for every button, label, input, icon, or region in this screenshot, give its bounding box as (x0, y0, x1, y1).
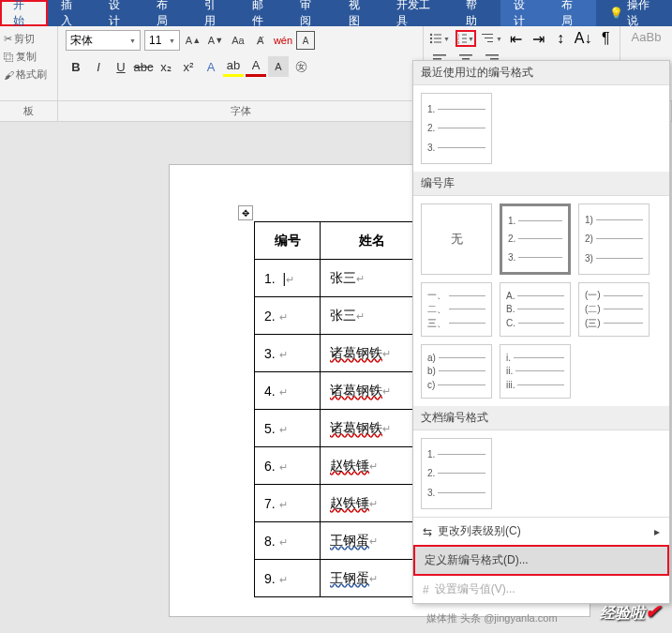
table-cell[interactable]: 9. ↵ (255, 560, 321, 597)
sort-button[interactable]: A↓ (575, 30, 592, 47)
increase-indent-button[interactable]: ⇥ (530, 30, 546, 47)
clear-format-button[interactable]: A̸ (251, 31, 270, 50)
svg-rect-11 (462, 42, 467, 43)
chevron-down-icon: ▼ (129, 38, 136, 44)
font-family-select[interactable]: 宋体▼ (66, 30, 141, 51)
tab-design[interactable]: 设计 (96, 0, 143, 26)
tab-table-layout[interactable]: 布局 (548, 0, 596, 26)
numbering-option[interactable]: a) b) c) (421, 344, 492, 399)
table-header-name[interactable]: 姓名 (321, 222, 424, 260)
table-cell[interactable]: 王钢蛋↵ (321, 522, 424, 560)
chevron-down-icon: ▼ (468, 36, 474, 42)
footer-media: 媒体推 头条 @jingyanla.com (426, 611, 558, 625)
tab-insert[interactable]: 插入 (48, 0, 96, 26)
cut-button[interactable]: ✂剪切 (2, 30, 55, 48)
table-header-num[interactable]: 编号 (255, 222, 321, 260)
table-cell[interactable]: 诸葛钢铁↵ (321, 335, 424, 372)
num-icon: # (423, 583, 429, 596)
word-table[interactable]: 编号 姓名 1. |↵张三↵ 2. ↵张三↵ 3. ↵诸葛钢铁↵ 4. ↵诸葛钢… (254, 221, 424, 597)
table-cell[interactable]: 诸葛钢铁↵ (321, 410, 424, 447)
text-effects-button[interactable]: A (201, 56, 221, 77)
table-cell[interactable]: 张三↵ (321, 297, 424, 335)
numbering-option[interactable]: 1) 2) 3) (578, 203, 650, 275)
superscript-button[interactable]: x² (178, 56, 199, 77)
tab-layout[interactable]: 布局 (143, 0, 191, 26)
decrease-indent-button[interactable]: ⇤ (508, 30, 525, 47)
table-cell[interactable]: 8. ↵ (255, 522, 321, 560)
shrink-font-button[interactable]: A▼ (206, 31, 225, 50)
svg-rect-14 (487, 41, 493, 42)
svg-rect-21 (485, 54, 499, 56)
indent-icon: ⇆ (423, 525, 432, 538)
font-family-value: 宋体 (70, 33, 93, 49)
table-cell[interactable]: 王钢蛋↵ (321, 560, 424, 597)
tab-mailings[interactable]: 邮件 (239, 0, 287, 26)
underline-button[interactable]: U (111, 56, 131, 77)
table-cell[interactable]: 张三↵ (321, 260, 424, 297)
table-cell[interactable]: 7. ↵ (255, 485, 321, 522)
table-cell[interactable]: 1. |↵ (255, 260, 321, 297)
svg-point-0 (430, 34, 432, 36)
numbering-option-doc[interactable]: 1. 2. 3. (421, 438, 492, 509)
change-case-button[interactable]: Aa (229, 31, 247, 50)
tell-me[interactable]: 💡操作说 (596, 0, 672, 26)
table-cell[interactable]: 赵铁锤↵ (321, 447, 424, 485)
table-cell[interactable]: 2. ↵ (255, 297, 321, 335)
tab-help[interactable]: 帮助 (453, 0, 500, 26)
library-section-title: 编号库 (413, 172, 669, 196)
change-level-label: 更改列表级别(C) (438, 523, 521, 539)
subscript-button[interactable]: x₂ (156, 56, 176, 77)
change-list-level-item[interactable]: ⇆更改列表级别(C)▸ (413, 518, 669, 545)
group-clipboard: ✂剪切 ⿻复制 🖌格式刷 (0, 26, 58, 100)
phonetic-button[interactable]: wén (274, 31, 292, 50)
table-cell[interactable]: 赵铁锤↵ (321, 485, 424, 522)
table-cell[interactable]: 3. ↵ (255, 335, 321, 372)
font-size-value: 11 (149, 34, 161, 47)
svg-rect-9 (462, 38, 467, 39)
table-cell[interactable]: 4. ↵ (255, 372, 321, 410)
svg-rect-5 (434, 42, 441, 43)
table-cell[interactable]: 6. ↵ (255, 447, 321, 485)
svg-point-4 (430, 41, 432, 43)
numbering-option[interactable]: 1. 2. 3. (500, 203, 571, 275)
numbering-option[interactable]: A. B. C. (500, 282, 571, 337)
tab-review[interactable]: 审阅 (287, 0, 335, 26)
numbering-option-none[interactable]: 无 (421, 203, 492, 275)
tab-view[interactable]: 视图 (336, 0, 383, 26)
set-numbering-value-item[interactable]: #设置编号值(V)... (413, 576, 669, 603)
numbering-option[interactable]: i. ii. iii. (500, 344, 571, 399)
chevron-right-icon: ▸ (654, 525, 660, 538)
show-marks-button[interactable]: ¶ (597, 30, 614, 47)
tab-home[interactable]: 开始 (0, 0, 48, 26)
bullets-button[interactable]: ▼ (429, 30, 450, 47)
multilevel-list-button[interactable]: ▼ (482, 30, 502, 47)
strikethrough-button[interactable]: abc (133, 56, 154, 77)
font-size-select[interactable]: 11▼ (144, 30, 180, 51)
grow-font-button[interactable]: A▲ (184, 31, 202, 50)
tab-references[interactable]: 引用 (191, 0, 239, 26)
table-cell[interactable]: 诸葛钢铁↵ (321, 372, 424, 410)
char-shading-button[interactable]: A (268, 56, 289, 77)
font-color-button[interactable]: A (246, 56, 266, 77)
svg-rect-13 (485, 38, 493, 38)
numbering-option[interactable]: (一) (二) (三) (578, 282, 650, 337)
define-new-format-item[interactable]: 定义新编号格式(D)... (413, 545, 669, 576)
bold-button[interactable]: B (66, 56, 86, 77)
check-icon: ✔ (645, 601, 661, 622)
format-painter-button[interactable]: 🖌格式刷 (2, 66, 55, 83)
table-move-handle[interactable]: ✥ (238, 205, 253, 220)
char-border-button[interactable]: A (296, 31, 315, 50)
italic-button[interactable]: I (88, 56, 109, 77)
copy-icon: ⿻ (4, 52, 14, 63)
tab-developer[interactable]: 开发工具 (383, 0, 453, 26)
highlight-button[interactable]: ab (223, 56, 244, 77)
numbering-button[interactable]: 123▼ (455, 30, 476, 47)
copy-button[interactable]: ⿻复制 (2, 48, 55, 66)
asian-layout-button[interactable]: ↕ (552, 30, 569, 47)
numbering-option[interactable]: 一、 二、 三、 (421, 282, 492, 337)
table-cell[interactable]: 5. ↵ (255, 410, 321, 447)
tab-table-design[interactable]: 设计 (500, 0, 548, 26)
enclose-char-button[interactable]: ㊛ (291, 56, 311, 77)
numbering-option-recent[interactable]: 1. 2. 3. (421, 93, 492, 164)
cut-label: 剪切 (14, 32, 35, 46)
